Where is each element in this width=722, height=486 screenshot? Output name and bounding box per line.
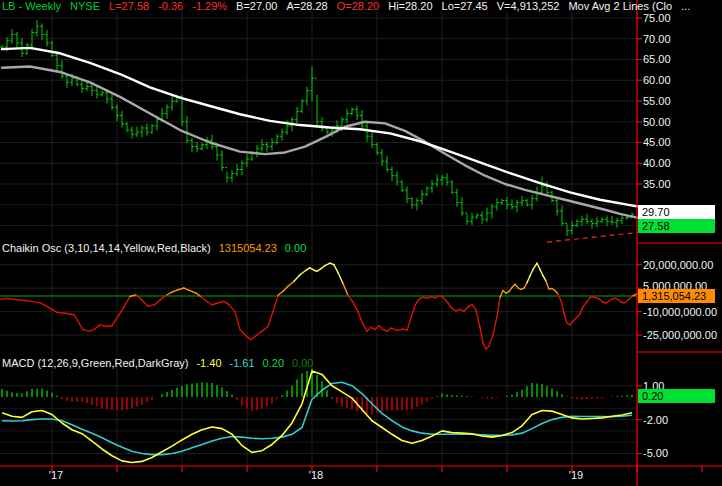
macd-signal-value: -1.61 [230,358,255,369]
chaikin-indicator-row: Chaikin Osc (3,10,14,14,Yellow,Red,Black… [2,243,306,254]
svg-text:70.00: 70.00 [643,33,671,45]
svg-text:40.00: 40.00 [643,157,671,169]
bid-value: B=27.00 [236,0,277,12]
svg-text:50.00: 50.00 [643,116,671,128]
svg-text:55.00: 55.00 [643,95,671,107]
svg-text:-25,000,000.00: -25,000,000.00 [643,329,717,341]
last-price: L=27.58 [109,0,149,12]
title-ellipsis[interactable]: ... [681,0,690,12]
change-percent: -1.29% [192,0,227,12]
ask-value: A=28.28 [286,0,327,12]
chaikin-value: 1315054.23 [219,243,277,254]
quote-bar: LB - Weekly NYSE L=27.58 -0.36 -1.29% B=… [2,0,690,12]
svg-text:-5.00: -5.00 [643,447,668,459]
svg-text:'18: '18 [309,469,323,481]
metastock-chart-window: 75.0070.0065.0060.0055.0050.0045.0040.00… [0,0,722,486]
svg-text:-2.00: -2.00 [643,414,668,426]
svg-text:45.00: 45.00 [643,136,671,148]
svg-text:'19: '19 [569,469,583,481]
svg-text:-10,000,000.00: -10,000,000.00 [643,306,717,318]
svg-text:65.00: 65.00 [643,53,671,65]
change-value: -0.36 [158,0,183,12]
open-value: O=28.20 [337,0,380,12]
svg-text:60.00: 60.00 [643,74,671,86]
svg-text:75.00: 75.00 [643,12,671,24]
chaikin-label: Chaikin Osc (3,10,14,14,Yellow,Red,Black… [2,243,211,254]
symbol-label: LB - Weekly [2,0,61,12]
svg-text:'17: '17 [49,469,63,481]
macd-value: -1.40 [196,358,221,369]
exchange-label: NYSE [70,0,100,12]
ma-price-badge: 29.70 [638,205,715,219]
last-price-badge: 27.58 [638,219,715,233]
svg-text:35.00: 35.00 [643,178,671,190]
macd-label: MACD (12,26,9,Green,Red,DarkGray) [2,358,188,369]
chaikin-value-badge: 1,315,054.23 [638,289,715,303]
low-value: Lo=27.45 [442,0,488,12]
macd-indicator-row: MACD (12,26,9,Green,Red,DarkGray) -1.40 … [2,358,313,369]
macd-zero-value: 0.00 [292,358,313,369]
chaikin-zero-value: 0.00 [285,243,306,254]
svg-text:20,000,000.00: 20,000,000.00 [643,259,713,271]
volume-value: V=4,913,252 [497,0,560,12]
overlay-indicator-label: Mov Avg 2 Lines (Clo [568,0,672,12]
macd-hist-badge: 0.20 [638,389,715,403]
high-value: Hi=28.20 [388,0,432,12]
macd-hist-value: 0.20 [263,358,284,369]
